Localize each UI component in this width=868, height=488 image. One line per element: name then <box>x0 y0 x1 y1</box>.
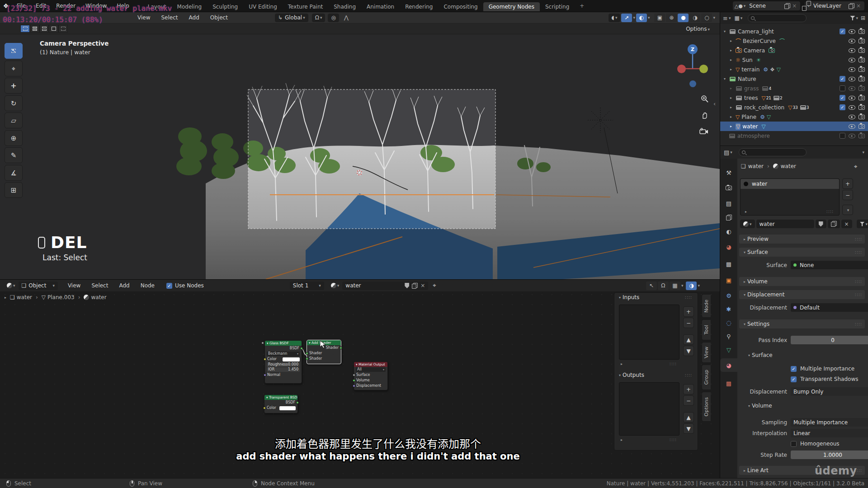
pan-view-hand-icon[interactable] <box>698 108 712 122</box>
subpanel-surface[interactable]: ▾Surface <box>746 352 773 358</box>
eye-icon[interactable] <box>849 124 855 129</box>
inputs-list[interactable] <box>619 305 679 360</box>
measure-tool[interactable]: ∡ <box>5 165 23 181</box>
slot-dropdown[interactable]: Slot 1▾ <box>290 282 324 290</box>
gizmo-neg-z-axis[interactable] <box>689 80 696 87</box>
unlink-scene-icon[interactable]: × <box>792 3 797 9</box>
camera-visibility-icon[interactable] <box>859 96 865 100</box>
panel-surface[interactable]: ▾Surface:::: <box>739 248 865 257</box>
falloff-dropdown[interactable]: ⋀ <box>341 14 352 22</box>
sidetab-options[interactable]: Options <box>702 392 711 422</box>
camera-visibility-icon[interactable] <box>859 124 865 129</box>
outliner-row-grass[interactable]: ▸ grass 4 <box>720 84 868 93</box>
node-menu-node[interactable]: Node <box>135 282 160 289</box>
node-transparent-bsdf[interactable]: ▾ Transparent BSDF BSDF Color <box>264 394 298 413</box>
eye-icon[interactable] <box>849 134 855 138</box>
gizmo-x-axis[interactable] <box>677 65 686 73</box>
multiple-importance-checkbox[interactable]: ✓ <box>791 366 797 372</box>
tab-modifier-properties[interactable]: ⚙ <box>720 289 737 302</box>
remove-output-button[interactable]: − <box>683 395 694 406</box>
panel-preview[interactable]: ▸Preview:::: <box>739 235 865 244</box>
remove-slot-button[interactable]: − <box>842 190 853 200</box>
node-menu-add[interactable]: Add <box>113 282 135 289</box>
tab-tool-properties[interactable]: ⚒ <box>720 166 737 179</box>
display-mode-dropdown[interactable]: ≡ <box>723 15 728 22</box>
outliner-row-trees[interactable]: ▸ trees ▽21 2 ✓ <box>720 93 868 103</box>
node-snap-mode[interactable]: ▦ <box>670 282 680 290</box>
tab-rendering[interactable]: Rendering <box>400 2 438 11</box>
exclude-checkbox[interactable] <box>840 133 845 139</box>
tab-texture-properties[interactable]: ▩ <box>720 376 737 390</box>
tab-physics-properties[interactable]: ◌ <box>720 316 737 329</box>
sidetab-tool[interactable]: Tool <box>702 319 711 340</box>
camera-visibility-icon[interactable] <box>859 39 865 43</box>
material-browse-dropdown[interactable]: ▾ <box>328 282 343 290</box>
tab-geometry-nodes[interactable]: Geometry Nodes <box>483 2 540 11</box>
camera-view-icon[interactable] <box>697 125 711 138</box>
add-workspace-button[interactable]: + <box>575 3 589 9</box>
show-overlays-toggle[interactable]: ◐ <box>636 14 647 22</box>
tab-viewlayer-properties[interactable] <box>720 211 737 224</box>
tab-output-properties[interactable]: ▤ <box>720 197 737 210</box>
camera-visibility-icon[interactable] <box>859 77 865 81</box>
tab-collection-properties[interactable]: ▩ <box>720 257 737 271</box>
tab-modeling[interactable]: Modeling <box>172 2 208 11</box>
shading-material-button[interactable]: ◑ <box>689 14 700 22</box>
tab-object-properties[interactable]: ▣ <box>720 273 737 287</box>
unlink-material-button[interactable]: × <box>841 220 852 228</box>
select-box-tool[interactable]: ↖ <box>5 43 23 59</box>
displacement-value-field[interactable]: Default <box>791 303 868 312</box>
viewport-menu-object[interactable]: Object <box>205 14 233 21</box>
outliner-row-nature[interactable]: ▾ Nature ✓ <box>720 74 868 84</box>
xray-toggle[interactable]: ▣ <box>654 14 665 22</box>
pin-icon[interactable]: ⌖ <box>433 282 436 289</box>
add-cube-tool[interactable]: ⊞ <box>5 182 23 198</box>
gizmo-z-axis[interactable]: Z <box>688 44 698 54</box>
slot-specials-button[interactable]: ▾ <box>842 205 853 215</box>
outputs-list[interactable] <box>619 382 679 436</box>
breadcrumb-object[interactable]: water <box>748 163 764 169</box>
cursor-tool[interactable]: ⌖ <box>5 61 23 76</box>
distribution-dropdown[interactable]: Beckmann▾ <box>267 352 300 356</box>
scale-tool[interactable]: ▱ <box>5 113 23 128</box>
sidetab-view[interactable]: View <box>702 342 711 363</box>
tab-constraint-properties[interactable]: ⚲ <box>720 329 737 343</box>
eye-icon[interactable] <box>849 115 855 119</box>
move-output-down-button[interactable]: ▼ <box>683 423 694 434</box>
gizmo-y-axis[interactable] <box>699 65 708 73</box>
tab-uv-editing[interactable]: UV Editing <box>243 2 283 11</box>
node-menu-select[interactable]: Select <box>86 282 113 289</box>
scene-selector[interactable]: △●▾ Scene × <box>733 1 801 10</box>
tab-data-properties[interactable]: ▽ <box>720 343 737 357</box>
copy-material-icon[interactable] <box>412 283 418 289</box>
outliner-row-atmosphere[interactable]: atmosphere <box>720 131 868 141</box>
go-to-parent-icon[interactable]: ↖ <box>646 282 657 290</box>
use-nodes-checkbox[interactable]: ✓ <box>166 283 172 289</box>
camera-visibility-icon[interactable] <box>859 86 865 91</box>
eye-icon[interactable] <box>849 96 855 100</box>
camera-visibility-icon[interactable] <box>859 105 865 110</box>
tab-material-properties[interactable]: ◕ <box>720 358 737 372</box>
show-gizmo-toggle[interactable]: ➚ <box>621 14 632 22</box>
shading-solid-button[interactable]: ● <box>678 14 689 22</box>
move-output-up-button[interactable]: ▲ <box>683 412 694 422</box>
properties-icon[interactable]: ▤ <box>724 149 729 156</box>
move-tool[interactable]: + <box>5 78 23 94</box>
eye-icon[interactable] <box>849 105 855 110</box>
select-mode-extend[interactable] <box>30 25 39 33</box>
object-visibility-dropdown[interactable]: ◖▾ <box>609 14 621 22</box>
panel-settings[interactable]: ▾Settings:::: <box>739 319 865 328</box>
tab-sculpting[interactable]: Sculpting <box>207 2 243 11</box>
eye-icon[interactable] <box>849 29 855 34</box>
exclude-checkbox[interactable]: ✓ <box>840 28 845 34</box>
breadcrumb-material[interactable]: water <box>781 163 796 169</box>
exclude-checkbox[interactable]: ✓ <box>840 95 845 101</box>
outliner-row-plane[interactable]: ▸▽ Plane ⚙ ▽ <box>720 112 868 122</box>
camera-visibility-icon[interactable] <box>859 29 865 34</box>
eye-icon[interactable] <box>849 77 855 81</box>
outliner-row-sun[interactable]: ▸☼ Sun☀ <box>720 55 868 65</box>
add-output-button[interactable]: + <box>683 384 694 394</box>
annotate-tool[interactable]: ✎ <box>5 147 23 163</box>
shading-rendered-button[interactable]: ○ <box>701 14 712 22</box>
breadcrumb-mesh[interactable]: Plane.003 <box>47 294 75 300</box>
